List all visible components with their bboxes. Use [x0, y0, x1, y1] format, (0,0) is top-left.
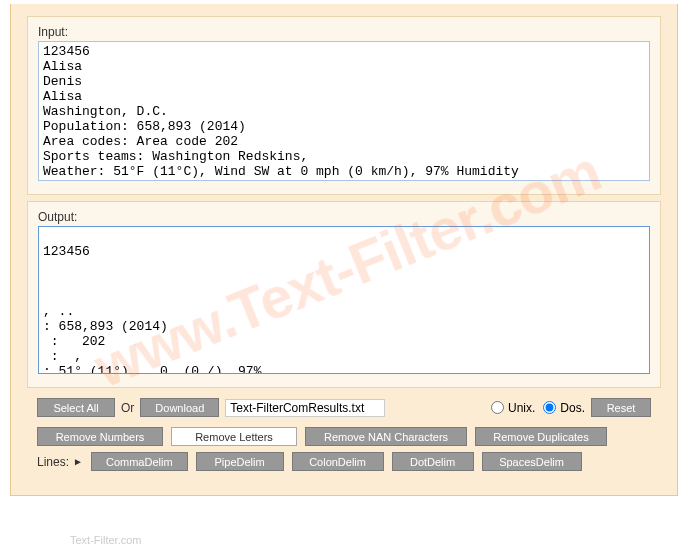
lines-label: Lines: ►	[37, 455, 83, 469]
delimiter-row: Lines: ► CommaDelim PipeDelim ColonDelim…	[27, 450, 661, 479]
input-textarea[interactable]	[38, 41, 650, 181]
remove-letters-button[interactable]: Remove Letters	[171, 427, 297, 446]
output-textarea[interactable]	[38, 226, 650, 374]
filename-input[interactable]	[225, 399, 385, 417]
output-panel: Output:	[27, 201, 661, 388]
remove-duplicates-button[interactable]: Remove Duplicates	[475, 427, 607, 446]
dot-delim-button[interactable]: DotDelim	[392, 452, 474, 471]
lines-text: Lines:	[37, 455, 69, 469]
input-panel: Input:	[27, 16, 661, 195]
spaces-delim-button[interactable]: SpacesDelim	[482, 452, 582, 471]
output-label: Output:	[38, 210, 650, 224]
arrow-icon: ►	[73, 456, 83, 467]
download-row: Select All Or Download Unix. Dos. Reset	[27, 394, 661, 421]
unix-radio[interactable]	[491, 401, 504, 414]
remove-numbers-button[interactable]: Remove Numbers	[37, 427, 163, 446]
comma-delim-button[interactable]: CommaDelim	[91, 452, 188, 471]
line-ending-group: Unix. Dos.	[485, 401, 585, 415]
remove-nan-button[interactable]: Remove NAN Characters	[305, 427, 467, 446]
main-panel: Input: Output: Select All Or Download Un…	[10, 4, 678, 496]
select-all-button[interactable]: Select All	[37, 398, 115, 417]
dos-radio[interactable]	[543, 401, 556, 414]
download-button[interactable]: Download	[140, 398, 219, 417]
or-label: Or	[121, 401, 134, 415]
reset-button[interactable]: Reset	[591, 398, 651, 417]
unix-label: Unix.	[508, 401, 535, 415]
footer-credit: Text-Filter.com	[70, 534, 142, 546]
remove-buttons-row: Remove Numbers Remove Letters Remove NAN…	[27, 421, 661, 450]
colon-delim-button[interactable]: ColonDelim	[292, 452, 384, 471]
input-label: Input:	[38, 25, 650, 39]
pipe-delim-button[interactable]: PipeDelim	[196, 452, 284, 471]
dos-label: Dos.	[560, 401, 585, 415]
